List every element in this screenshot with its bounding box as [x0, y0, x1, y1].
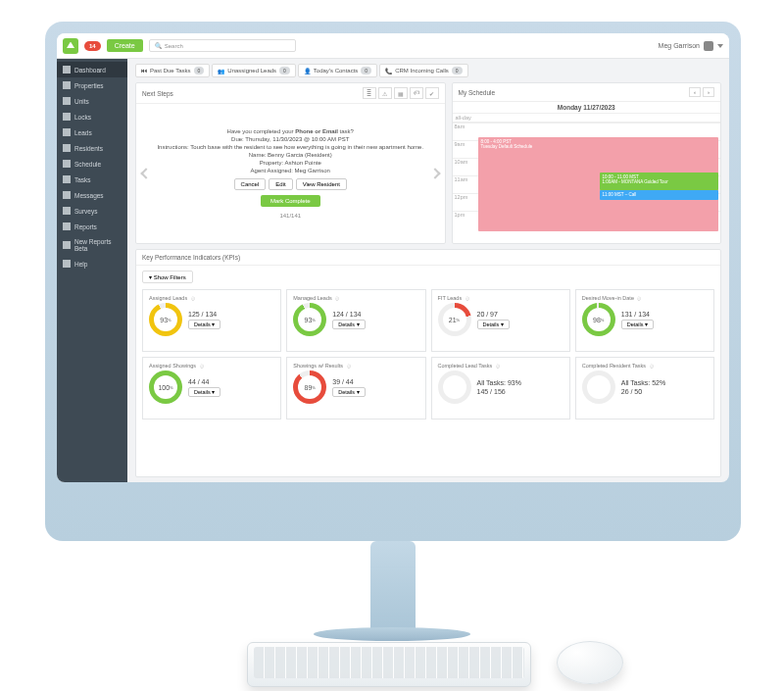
top-bar: 14 Create 🔍 Search Meg Garrison: [57, 33, 729, 59]
kpi-donut: 21%: [438, 303, 471, 336]
create-button[interactable]: Create: [107, 39, 143, 52]
kpi-pct: [582, 370, 615, 404]
sidebar-label: Schedule: [74, 161, 101, 168]
info-icon[interactable]: ⓘ: [496, 364, 500, 369]
task-property: Property: Ashton Pointe: [260, 160, 321, 166]
sidebar-item-properties[interactable]: Properties: [57, 77, 127, 93]
show-filters-button[interactable]: ▾ Show Filters: [142, 271, 193, 283]
kpi-details-button[interactable]: Details ▾: [188, 320, 220, 329]
notification-badge[interactable]: 14: [84, 41, 101, 51]
kpi-pct: 21%: [438, 303, 471, 336]
info-icon[interactable]: ⓘ: [191, 296, 195, 301]
kpi-pct: 100%: [149, 370, 182, 404]
sidebar-item-residents[interactable]: Residents: [57, 140, 127, 156]
filter-today-s-contacts[interactable]: 👤Today's Contacts0: [298, 64, 377, 77]
kpi-ratio: 39 / 44: [332, 378, 353, 385]
sidebar-label: New Reports Beta: [74, 238, 122, 252]
survey-icon: [63, 207, 71, 215]
info-icon[interactable]: ⓘ: [347, 364, 351, 369]
filter-count: 0: [361, 67, 371, 74]
sidebar-label: Dashboard: [74, 67, 106, 74]
lock-icon: [63, 113, 71, 121]
task-due: Due: Thursday, 11/30/2023 @ 10:00 AM PST: [231, 136, 349, 142]
sidebar-label: Locks: [74, 114, 91, 121]
kpi-title: Showings w/ Results ⓘ: [293, 363, 418, 369]
sidebar-item-surveys[interactable]: Surveys: [57, 203, 127, 219]
tool-warning-icon[interactable]: ⚠: [378, 87, 392, 99]
sidebar-label: Properties: [74, 82, 104, 89]
kpi-title: Assigned Leads ⓘ: [149, 295, 274, 301]
kpi-details-button[interactable]: Details ▾: [477, 320, 510, 329]
next-arrow-icon[interactable]: [429, 168, 440, 178]
kpi-ratio: 124 / 134: [332, 311, 361, 318]
sidebar: DashboardPropertiesUnitsLocksLeadsReside…: [57, 59, 127, 482]
info-icon[interactable]: ⓘ: [637, 296, 641, 301]
sidebar-item-leads[interactable]: Leads: [57, 124, 127, 140]
schedule-prev-button[interactable]: ‹: [689, 87, 701, 97]
tool-calendar-icon[interactable]: ▦: [394, 87, 408, 99]
kpi-ratio: 20 / 97: [477, 311, 498, 318]
schedule-grid[interactable]: 8am9am10am11am12pm1pm8:00 - 4:00 PSTTues…: [453, 123, 720, 243]
tool-tag-icon[interactable]: 🏷: [410, 87, 423, 99]
mark-complete-button[interactable]: Mark Complete: [261, 195, 320, 207]
sidebar-item-schedule[interactable]: Schedule: [57, 156, 127, 172]
view-resident-button[interactable]: View Resident: [296, 178, 347, 190]
kpi-ratio: 145 / 156: [477, 388, 506, 395]
kpi-title: Completed Resident Tasks ⓘ: [582, 363, 708, 369]
sidebar-item-reports[interactable]: Reports: [57, 219, 127, 234]
kpi-donut: [582, 370, 615, 404]
kpi-title: Managed Leads ⓘ: [293, 295, 418, 301]
edit-button[interactable]: Edit: [269, 178, 292, 190]
info-icon[interactable]: ⓘ: [650, 364, 654, 369]
info-icon[interactable]: ⓘ: [200, 364, 204, 369]
tool-check-icon[interactable]: ✔: [425, 87, 439, 99]
kpi-pct: 93%: [149, 303, 182, 336]
tool-list-icon[interactable]: ≣: [363, 87, 376, 99]
filter-unassigned-leads[interactable]: 👥Unassigned Leads0: [212, 64, 295, 77]
kpi-pct: [438, 370, 471, 404]
sidebar-item-locks[interactable]: Locks: [57, 109, 127, 124]
calendar-icon: [63, 160, 71, 168]
app-logo-icon[interactable]: [63, 38, 78, 54]
sidebar-item-units[interactable]: Units: [57, 93, 127, 109]
filter-past-due-tasks[interactable]: ⏮Past Due Tasks0: [135, 64, 210, 77]
my-schedule-panel: My Schedule ‹ › Monday 11/27/2023 all-da…: [452, 82, 721, 244]
task-instructions: Instructions: Touch base with the reside…: [157, 144, 423, 150]
sidebar-item-messages[interactable]: Messages: [57, 187, 127, 203]
user-menu[interactable]: Meg Garrison: [659, 41, 723, 51]
search-input[interactable]: 🔍 Search: [149, 39, 296, 52]
kpi-ratio: 131 / 134: [621, 311, 650, 318]
sidebar-item-tasks[interactable]: Tasks: [57, 172, 127, 187]
sidebar-label: Units: [74, 98, 89, 105]
report-icon: [63, 241, 71, 249]
filter-icon: 📞: [385, 68, 392, 74]
search-placeholder: Search: [165, 43, 183, 49]
kpi-details-button[interactable]: Details ▾: [332, 387, 365, 397]
building-icon: [63, 81, 71, 89]
kpi-panel: Key Performance Indicators (KPIs) ▾ Show…: [135, 249, 721, 477]
prev-arrow-icon[interactable]: [140, 168, 151, 178]
cancel-button[interactable]: Cancel: [234, 178, 267, 190]
kpi-details-button[interactable]: Details ▾: [188, 387, 220, 397]
imac-stand: [370, 541, 416, 639]
kpi-details-button[interactable]: Details ▾: [332, 320, 365, 329]
kpi-details-button[interactable]: Details ▾: [621, 320, 654, 329]
kpi-ratio: 125 / 134: [188, 311, 217, 318]
sidebar-item-dashboard[interactable]: Dashboard: [57, 62, 127, 77]
kpi-card-desired-move-in-date: Desired Move-in Date ⓘ98%131 / 134Detail…: [575, 289, 714, 352]
sidebar-item-new-reports-beta[interactable]: New Reports Beta: [57, 234, 127, 256]
schedule-event[interactable]: 10:00 - 11:00 MST1:00AM - MONTANA Guided…: [600, 173, 718, 190]
schedule-event[interactable]: 11:00 MST – Call: [600, 190, 718, 200]
kpi-donut: 100%: [149, 370, 182, 404]
info-icon[interactable]: ⓘ: [466, 296, 469, 301]
help-icon: [63, 260, 71, 268]
panel-title: Key Performance Indicators (KPIs): [142, 254, 240, 261]
sidebar-item-help[interactable]: Help: [57, 256, 127, 271]
imac-base: [314, 627, 470, 641]
schedule-next-button[interactable]: ›: [703, 87, 714, 97]
filter-crm-incoming-calls[interactable]: 📞CRM Incoming Calls0: [379, 64, 467, 77]
kpi-donut: 93%: [293, 303, 326, 336]
dashboard-icon: [63, 66, 71, 74]
message-icon: [63, 191, 71, 199]
info-icon[interactable]: ⓘ: [335, 296, 339, 301]
